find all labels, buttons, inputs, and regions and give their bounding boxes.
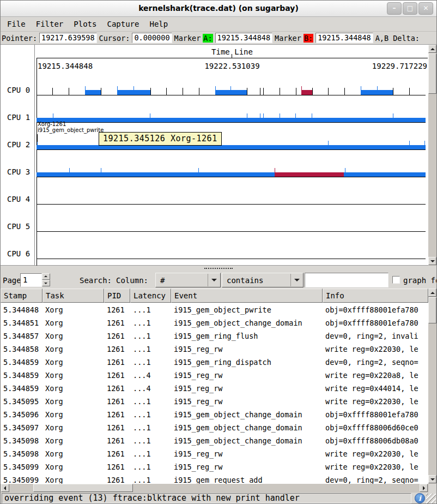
match-select[interactable]: contains [222,273,304,287]
menu-item-filter[interactable]: Filter [35,20,65,31]
timeline-event-tick[interactable] [37,141,38,149]
timeline-event-tick[interactable] [85,86,86,95]
table-vscroll-thumb[interactable] [428,297,436,323]
timeline-event-tick[interactable] [345,168,345,177]
timeline-event-tick[interactable] [301,86,302,95]
timeline-bar[interactable] [37,172,275,177]
table-row[interactable]: 5.345098Xorg1261...1i915_gem_object_chan… [1,434,428,447]
column-header-info[interactable]: Info [323,289,428,303]
table-row[interactable]: 5.344859Xorg1261...1i915_gem_ring_dispat… [1,355,428,368]
timeline-event-tick[interactable] [150,88,151,95]
timeline-event-tick[interactable] [312,113,312,122]
table-row[interactable]: 5.344857Xorg1261...1i915_gem_ring_flushd… [1,329,428,342]
scroll-up-button[interactable] [428,289,436,297]
timeline-event-tick[interactable] [198,168,199,177]
timeline-event-tick[interactable] [247,113,247,122]
timeline-event-tick[interactable] [409,88,410,95]
timeline-event-tick[interactable] [280,88,280,95]
timeline-event-tick[interactable] [275,168,275,177]
scroll-right-button[interactable] [420,484,428,492]
timeline-bar[interactable] [275,172,344,177]
timeline-event-tick[interactable] [328,141,329,149]
scroll-down-button[interactable] [428,475,436,483]
splitter-handle-icon[interactable] [204,268,233,269]
pane-splitter[interactable] [1,266,436,272]
timeline-event-tick[interactable] [52,88,53,95]
table-row[interactable]: 5.344858Xorg1261...1i915_reg_rwwrite reg… [1,342,428,355]
timeline-event-tick[interactable] [393,113,393,122]
spin-up-button[interactable] [42,273,50,280]
timeline-event-tick[interactable] [215,86,216,95]
graph-follows-checkbox[interactable] [392,276,400,284]
table-row[interactable]: 5.345095Xorg1261...1i915_reg_rwwrite reg… [1,394,428,407]
table-row[interactable]: 5.344859Xorg1261...4i915_reg_rwwrite reg… [1,381,428,394]
timeline-bar[interactable] [215,90,247,95]
column-header-latency[interactable]: Latency [130,289,171,303]
timeline-event-tick[interactable] [183,88,183,95]
timeline-event-tick[interactable] [361,86,361,95]
menu-item-plots[interactable]: Plots [72,20,98,31]
column-header-event[interactable]: Event [171,289,323,303]
timeline-event-tick[interactable] [260,113,260,122]
menu-item-help[interactable]: Help [148,20,169,31]
search-input[interactable] [305,273,389,287]
timeline-event-tick[interactable] [328,88,329,95]
resize-grip[interactable] [426,494,436,503]
info-icon[interactable]: i [415,493,425,503]
timeline-event-tick[interactable] [424,141,425,149]
timeline-event-tick[interactable] [296,88,296,95]
hscroll-thumb[interactable] [33,484,133,492]
timeline-bar[interactable] [37,118,426,122]
timeline-bar[interactable] [344,172,426,177]
table-row[interactable]: 5.345099Xorg1261...1i915_reg_rwwrite reg… [1,460,428,473]
minimize-button-icon[interactable]: – [387,2,402,15]
table-row[interactable]: 5.345096Xorg1261...1i915_gem_object_chan… [1,407,428,421]
spin-down-button[interactable] [42,280,50,286]
table-vscrollbar[interactable] [428,289,437,484]
table-row[interactable]: 5.344859Xorg1261...4i915_reg_rwwrite reg… [1,368,428,381]
timeline-event-tick[interactable] [280,113,280,122]
column-select[interactable]: # [155,273,221,287]
close-button-icon[interactable]: ✕ [418,2,433,15]
timeline-event-tick[interactable] [377,86,378,95]
timeline-event-tick[interactable] [101,88,101,95]
scroll-down-button[interactable] [428,257,436,265]
timeline-event-tick[interactable] [263,113,264,122]
column-header-pid[interactable]: PID [104,289,130,303]
timeline-event-tick[interactable] [69,168,70,177]
scroll-up-button[interactable] [428,45,436,53]
timeline-event-tick[interactable] [69,88,69,95]
marker-a-badge[interactable]: A: [203,34,213,43]
timeline-bar[interactable] [37,145,426,149]
timeline-bar[interactable] [85,90,101,95]
column-header-stamp[interactable]: Stamp [1,289,43,303]
timeline-event-tick[interactable] [295,113,296,122]
column-header-task[interactable]: Task [43,289,104,303]
table-row[interactable]: 5.344851Xorg1261...1i915_gem_object_chan… [1,316,428,329]
timeline-event-tick[interactable] [166,88,167,95]
table-row[interactable]: 5.345098Xorg1261...1i915_reg_rwwrite reg… [1,447,428,460]
menu-item-file[interactable]: File [6,20,27,31]
timeline-event-tick[interactable] [344,88,345,95]
timeline-graph-panel[interactable]: Time Line 19215.344848 19222.531039 1922… [1,44,436,266]
page-spinner[interactable]: 1 [20,273,42,287]
marker-b-badge[interactable]: B: [304,34,313,43]
table-hscrollbar[interactable] [1,484,429,493]
timeline-event-tick[interactable] [263,88,264,95]
table-row[interactable]: 5.345097Xorg1261...1i915_gem_object_chan… [1,421,428,434]
timeline-event-tick[interactable] [260,88,260,95]
timeline-bar[interactable] [301,90,312,95]
timeline-event-tick[interactable] [101,168,101,177]
timeline-event-tick[interactable] [393,88,393,95]
timeline-event-tick[interactable] [312,88,313,95]
maximize-button-icon[interactable]: □ [403,2,417,15]
timeline-event-tick[interactable] [409,141,410,149]
scroll-left-button[interactable] [1,484,9,492]
table-row[interactable]: 5.345099Xorg1261...1i915_gem_request_add… [1,473,428,484]
timeline-event-tick[interactable] [230,86,231,95]
timeline-event-tick[interactable] [117,86,118,95]
timeline-event-tick[interactable] [133,86,134,95]
timeline-event-tick[interactable] [199,88,199,95]
graph-vscrollbar[interactable] [428,45,437,266]
table-row[interactable]: 5.344848Xorg1261...1i915_gem_object_pwri… [1,303,428,316]
